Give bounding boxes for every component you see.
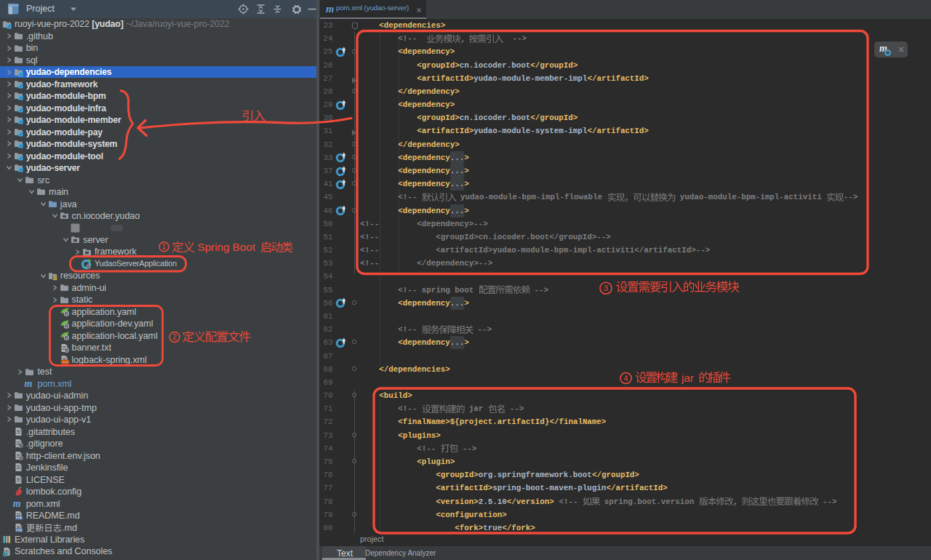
svg-text:1: 1 [162, 242, 167, 251]
svg-text:Spring Boot: Spring Boot [198, 241, 256, 253]
svg-text:3: 3 [604, 284, 608, 292]
svg-text:2: 2 [172, 332, 177, 341]
svg-text:jar: jar [681, 372, 694, 384]
svg-text:4: 4 [624, 374, 628, 383]
